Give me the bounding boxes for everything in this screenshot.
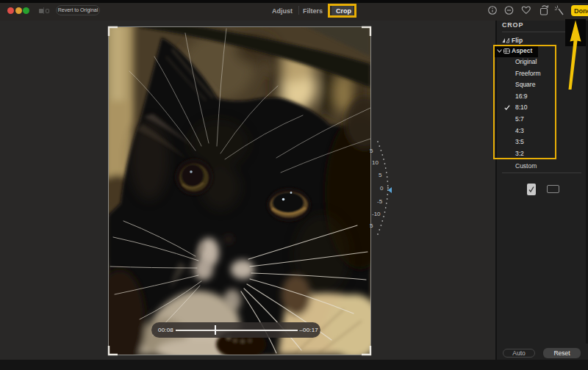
svg-text:-10: -10 (372, 211, 381, 217)
svg-text:5: 5 (370, 148, 373, 154)
svg-text:0: 0 (380, 185, 384, 192)
svg-text:5: 5 (370, 222, 373, 229)
svg-text:10: 10 (372, 159, 379, 166)
svg-text:5: 5 (379, 172, 382, 178)
svg-text:-5: -5 (377, 198, 383, 205)
